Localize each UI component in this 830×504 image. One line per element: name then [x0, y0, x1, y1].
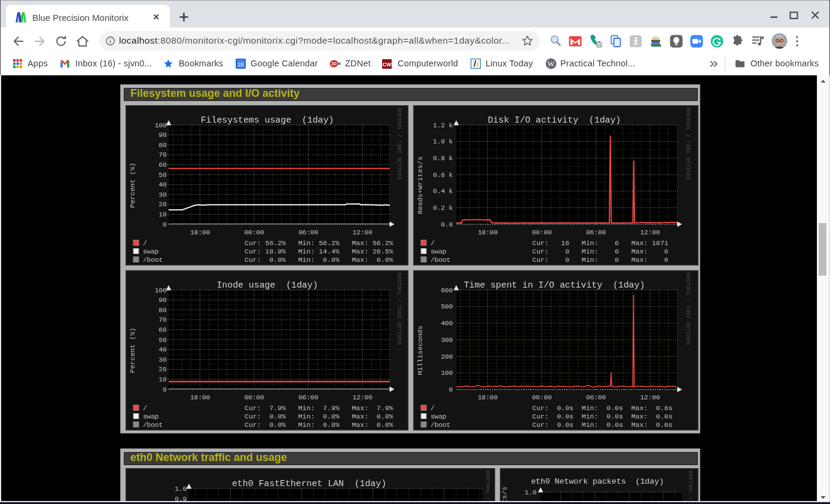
svg-text:?: ?	[598, 42, 601, 48]
svg-text:swap: swap	[143, 413, 159, 420]
svg-text:00:00: 00:00	[244, 393, 264, 401]
svg-text:RRDTOOL / TOBI OETIKER: RRDTOOL / TOBI OETIKER	[687, 471, 693, 504]
svg-text:10: 10	[158, 210, 167, 218]
svg-text:RRDTOOL / TOBI OETIKER: RRDTOOL / TOBI OETIKER	[396, 273, 402, 345]
svg-text:W: W	[548, 60, 555, 68]
svg-text:/: /	[143, 404, 147, 412]
svg-text:06:00: 06:00	[586, 393, 606, 401]
svg-text:RRDTOOL / TOBI OETIKER: RRDTOOL / TOBI OETIKER	[396, 108, 402, 180]
svg-text:Percent (%): Percent (%)	[129, 328, 136, 373]
svg-text:eth0 FastEthernet LAN (1day): eth0 FastEthernet LAN (1day)	[232, 479, 386, 489]
svg-text:Cur: 18.9% Min: 14.4% Max:: Cur: 18.9% Min: 14.4% Max: 20.5%	[245, 248, 393, 255]
svg-text:/: /	[143, 239, 147, 247]
svg-text:18:00: 18:00	[190, 393, 210, 401]
svg-text:Cur: 0.0% Min: 0.0% Max:: Cur: 0.0% Min: 0.0% Max: 0.0%	[245, 413, 393, 420]
svg-text:0.0: 0.0	[441, 221, 453, 228]
svg-text:Cur: 7.9% Min: 7.9% Max:: Cur: 7.9% Min: 7.9% Max: 7.9%	[245, 404, 393, 412]
svg-text:500: 500	[441, 303, 453, 310]
svg-text:0: 0	[448, 386, 453, 393]
svg-text:400: 400	[441, 319, 453, 327]
svg-text:/boot: /boot	[431, 256, 450, 264]
svg-text:/boot: /boot	[431, 421, 450, 429]
svg-text:Time spent in I/O activity (1: Time spent in I/O activity (1day)	[464, 280, 645, 291]
svg-text:600: 600	[441, 286, 453, 294]
svg-text:/: /	[431, 239, 435, 247]
svg-text:100: 100	[441, 369, 453, 377]
svg-text:1.0: 1.0	[524, 488, 536, 496]
svg-text:Cur: 56.2% Min: 56.2% Max:: Cur: 56.2% Min: 56.2% Max: 56.2%	[245, 239, 393, 247]
svg-text:12:00: 12:00	[352, 228, 372, 236]
svg-text:20: 20	[158, 365, 167, 373]
svg-text:Disk I/O activity (1day): Disk I/O activity (1day)	[488, 115, 621, 126]
svg-text:1.2 k: 1.2 k	[433, 121, 453, 129]
svg-text:Percent (%): Percent (%)	[129, 163, 136, 208]
svg-text:40: 40	[158, 346, 167, 353]
svg-text:06:00: 06:00	[298, 393, 318, 401]
svg-text:0: 0	[163, 386, 167, 393]
svg-text:swap: swap	[431, 413, 447, 420]
svg-text:90: 90	[158, 131, 167, 139]
svg-text:Cur: 0 Min: 0 Max:: Cur: 0 Min: 0 Max: 0	[532, 256, 669, 264]
svg-text:/: /	[431, 404, 435, 412]
svg-text:40: 40	[158, 181, 167, 188]
svg-text:Cur: 0 Min: 0 Max:: Cur: 0 Min: 0 Max: 0	[532, 248, 669, 255]
svg-text:80: 80	[158, 141, 167, 149]
svg-text:0.2 k: 0.2 k	[433, 204, 453, 212]
svg-text:/boot: /boot	[143, 256, 163, 264]
svg-text:Cur: 0.0% Min: 0.0% Max:: Cur: 0.0% Min: 0.0% Max: 0.0%	[245, 256, 393, 264]
svg-text:18:00: 18:00	[478, 393, 498, 401]
svg-text:20: 20	[158, 200, 167, 208]
svg-text:ZD: ZD	[331, 62, 337, 66]
svg-text:12:00: 12:00	[640, 393, 660, 401]
svg-text:swap: swap	[431, 248, 447, 255]
svg-text:0.8 k: 0.8 k	[433, 154, 453, 162]
svg-text:0.4 k: 0.4 k	[433, 187, 453, 195]
svg-text:0: 0	[163, 221, 167, 228]
svg-text:Cur: 0.0s Min: 0.0s Max:: Cur: 0.0s Min: 0.0s Max: 0.6s	[532, 404, 673, 412]
svg-text:0.6 k: 0.6 k	[433, 171, 453, 179]
svg-text:12:00: 12:00	[640, 228, 660, 236]
svg-text:CW: CW	[383, 62, 392, 68]
svg-text:Cur: 0.0% Min: 0.0% Max:: Cur: 0.0% Min: 0.0% Max: 0.0%	[245, 421, 393, 429]
svg-text:30: 30	[158, 191, 167, 198]
svg-text:00:00: 00:00	[244, 228, 264, 236]
svg-text:50: 50	[158, 171, 167, 179]
svg-text:10: 10	[158, 375, 167, 383]
svg-text:eth0 Network packets (1day): eth0 Network packets (1day)	[531, 477, 664, 486]
svg-text:Cur: 0.0s Min: 0.0s Max:: Cur: 0.0s Min: 0.0s Max: 0.0s	[532, 413, 673, 420]
svg-text:Filesystems usage (1day): Filesystems usage (1day)	[201, 115, 334, 126]
svg-text:RRDTOOL / TOBI OETIKER: RRDTOOL / TOBI OETIKER	[685, 108, 691, 180]
svg-text:90: 90	[158, 296, 167, 304]
svg-text:200: 200	[441, 353, 453, 361]
svg-text:300: 300	[441, 336, 453, 344]
svg-text:100: 100	[155, 286, 167, 294]
svg-text:00:00: 00:00	[532, 393, 551, 401]
svg-text:Cur: 16 Min: 6 Max: 1: Cur: 16 Min: 6 Max: 1071	[532, 239, 669, 247]
svg-text:00:00: 00:00	[532, 228, 551, 236]
svg-text:1.0: 1.0	[175, 485, 187, 493]
svg-text:100: 100	[155, 121, 167, 129]
svg-text:Cur: 0.0s Min: 0.0s Max:: Cur: 0.0s Min: 0.0s Max: 0.0s	[532, 421, 673, 429]
svg-text:70: 70	[158, 316, 167, 323]
svg-text:18:00: 18:00	[190, 228, 210, 236]
svg-text:RRDTOOL / TOBI OETIKER: RRDTOOL / TOBI OETIKER	[484, 471, 490, 504]
svg-text:swap: swap	[143, 248, 159, 255]
svg-text:50: 50	[158, 336, 167, 344]
svg-text:12:00: 12:00	[352, 393, 372, 401]
svg-text:06:00: 06:00	[586, 228, 606, 236]
svg-text:30: 30	[158, 356, 167, 364]
svg-text:1.0 k: 1.0 k	[433, 138, 453, 145]
svg-text:80: 80	[158, 306, 167, 314]
svg-text:Inode usage (1day): Inode usage (1day)	[216, 280, 318, 291]
svg-text:18:00: 18:00	[478, 228, 498, 236]
svg-text:06:00: 06:00	[298, 228, 318, 236]
svg-text:28: 28	[237, 62, 243, 68]
svg-text:RRDTOOL / TOBI OETIKER: RRDTOOL / TOBI OETIKER	[685, 273, 691, 345]
svg-text:60: 60	[158, 161, 167, 169]
svg-text:/boot: /boot	[143, 421, 163, 429]
svg-text:70: 70	[158, 151, 167, 158]
svg-text:Milliseconds: Milliseconds	[416, 326, 424, 375]
svg-text:60: 60	[158, 326, 167, 334]
svg-text:Reads+Writes/s: Reads+Writes/s	[416, 157, 424, 215]
